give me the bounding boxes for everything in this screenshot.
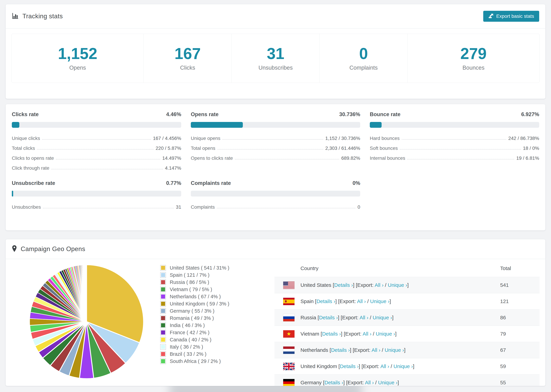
pie-legend: United States ( 541 / 31% )Spain ( 121 /… [160, 264, 229, 365]
bar-chart-icon [12, 13, 19, 20]
rate-detail-label: Unique opens [191, 136, 220, 141]
export-basic-stats-button[interactable]: Export basic stats [483, 11, 539, 22]
export-unique-link[interactable]: Unique › [376, 331, 395, 336]
export-all-link[interactable]: All › [380, 364, 389, 369]
rate-detail-value: 2,303 / 61.446% [325, 146, 360, 151]
legend-swatch [160, 337, 166, 343]
legend-label: Vietnam ( 79 / 5% ) [170, 287, 212, 292]
details-link[interactable]: Details › [319, 315, 338, 320]
legend-item-spain[interactable]: Spain ( 121 / 7% ) [160, 271, 229, 279]
dotted-leader [402, 139, 506, 140]
rate-section-bounce-rate: Bounce rate6.927%Hard bounces242 / 86.73… [370, 111, 539, 170]
rate-detail-value: 4.147% [165, 166, 181, 170]
rate-detail-row: Complaints0 [191, 200, 360, 210]
legend-item-south-africa[interactable]: South Africa ( 29 / 2% ) [160, 358, 229, 365]
rate-detail-label: Click through rate [12, 166, 49, 170]
geo-table-row-united-states: United States [Details ›] [Export: All ›… [275, 277, 540, 293]
total-cell: 86 [500, 315, 540, 321]
geo-table-row-netherlands: Netherlands [Details ›] [Export: All › /… [275, 342, 540, 358]
rate-detail-value: 220 / 5.87% [156, 146, 181, 151]
legend-label: Italy ( 36 / 2% ) [170, 344, 203, 350]
export-all-link[interactable]: All › [365, 380, 374, 385]
export-all-link[interactable]: All › [375, 282, 384, 288]
legend-swatch [160, 315, 166, 321]
details-link[interactable]: Details › [334, 282, 353, 288]
geo-table-header: Country Total [275, 260, 540, 277]
export-unique-link[interactable]: Unique › [373, 315, 392, 320]
legend-item-brazil[interactable]: Brazil ( 33 / 2% ) [160, 350, 229, 358]
legend-item-italy[interactable]: Italy ( 36 / 2% ) [160, 343, 229, 350]
rate-detail-label: Hard bounces [370, 136, 400, 141]
details-link[interactable]: Details › [322, 331, 341, 336]
export-all-link[interactable]: All › [372, 347, 380, 353]
export-unique-link[interactable]: Unique › [388, 282, 407, 288]
stat-value: 167 [175, 46, 201, 61]
dotted-leader [42, 139, 151, 140]
rate-detail-value: 1,152 / 30.736% [325, 136, 360, 141]
rate-detail-label: Total clicks [12, 146, 35, 151]
legend-item-netherlands[interactable]: Netherlands ( 67 / 4% ) [160, 293, 229, 300]
export-unique-link[interactable]: Unique › [370, 298, 389, 304]
legend-item-united-states[interactable]: United States ( 541 / 31% ) [160, 264, 229, 271]
export-unique-link[interactable]: Unique › [385, 347, 404, 353]
legend-swatch [160, 308, 166, 314]
dotted-leader [43, 208, 174, 208]
rate-detail-value: 18 / 0% [523, 146, 539, 151]
rate-title: Unsubscribe rate [12, 180, 55, 187]
summary-stat-clicks: 167Clicks [144, 34, 232, 83]
rate-progress-bar [12, 191, 181, 196]
legend-item-vietnam[interactable]: Vietnam ( 79 / 5% ) [160, 286, 229, 293]
export-unique-link[interactable]: Unique › [394, 364, 413, 369]
rate-progress-bar [191, 191, 360, 196]
legend-item-canada[interactable]: Canada ( 40 / 2% ) [160, 336, 229, 343]
country-column-header: Country [275, 266, 500, 271]
legend-item-india[interactable]: India ( 46 / 3% ) [160, 322, 229, 329]
rate-value: 30.736% [339, 111, 360, 118]
rate-detail-value: 0 [357, 204, 360, 210]
rate-value: 4.46% [166, 111, 181, 118]
rate-detail-row: Total clicks220 / 5.87% [12, 141, 181, 151]
geo-opens-header: Campaign Geo Opens [6, 239, 545, 259]
details-link[interactable]: Details › [316, 298, 335, 304]
country-name: Germany [300, 380, 322, 385]
stat-label: Opens [69, 64, 86, 71]
rate-detail-row: Unique opens1,152 / 30.736% [191, 131, 360, 141]
export-button-label: Export basic stats [496, 14, 534, 19]
legend-item-united-kingdom[interactable]: United Kingdom ( 59 / 3% ) [160, 300, 229, 307]
rate-progress-bar [370, 122, 539, 128]
details-link[interactable]: Details › [340, 364, 359, 369]
stat-value: 279 [460, 46, 487, 61]
legend-item-russia[interactable]: Russia ( 86 / 5% ) [160, 279, 229, 286]
legend-swatch [160, 351, 166, 357]
stat-value: 1,152 [58, 46, 97, 61]
tracking-stats-card: Tracking stats Export basic stats 1,152O… [6, 4, 545, 99]
details-link[interactable]: Details › [325, 380, 343, 385]
geo-opens-pie-chart [27, 262, 147, 382]
details-link[interactable]: Details › [331, 347, 350, 353]
legend-item-germany[interactable]: Germany ( 55 / 3% ) [160, 307, 229, 315]
export-all-link[interactable]: All › [363, 331, 372, 336]
dotted-leader [400, 149, 521, 149]
country-name: United States [300, 282, 331, 288]
legend-label: Canada ( 40 / 2% ) [170, 337, 211, 343]
rate-value: 6.927% [521, 111, 539, 118]
legend-label: United Kingdom ( 59 / 3% ) [170, 301, 229, 307]
dotted-leader [37, 149, 154, 149]
legend-item-romania[interactable]: Romania ( 49 / 3% ) [160, 315, 229, 322]
rate-section-opens-rate: Opens rate30.736%Unique opens1,152 / 30.… [191, 111, 360, 170]
export-unique-link[interactable]: Unique › [378, 380, 397, 385]
summary-stat-bounces: 279Bounces [407, 34, 539, 83]
flag-vn-icon [283, 330, 295, 338]
export-all-link[interactable]: All › [357, 298, 366, 304]
rate-detail-row: Unsubscribes31 [12, 200, 181, 210]
dotted-leader [51, 169, 163, 169]
rate-title: Opens rate [191, 111, 219, 118]
rate-progress-bar [191, 122, 360, 128]
legend-label: France ( 42 / 2% ) [170, 330, 209, 335]
export-all-link[interactable]: All › [360, 315, 368, 320]
flag-ru-icon [283, 314, 295, 322]
rates-card: Clicks rate4.46%Unique clicks167 / 4.456… [6, 104, 545, 231]
rate-detail-row: Opens to clicks rate689.82% [191, 151, 360, 161]
flag-us-icon [283, 281, 295, 289]
legend-item-france[interactable]: France ( 42 / 2% ) [160, 329, 229, 336]
